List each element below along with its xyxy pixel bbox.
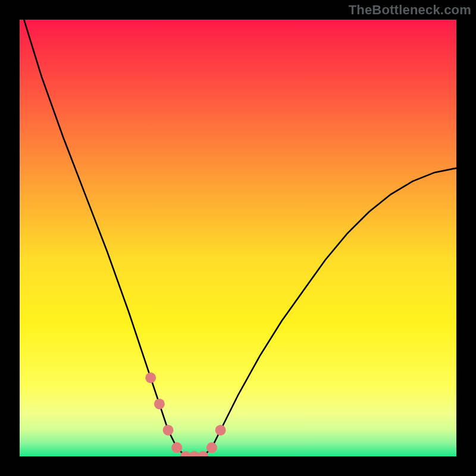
chart-plot [20,20,456,456]
highlight-dot [206,442,217,453]
highlight-dot [154,399,165,409]
highlight-dot [215,425,226,436]
chart-container: TheBottleneck.com [0,0,476,476]
watermark-text: TheBottleneck.com [349,2,471,18]
highlight-dot [163,425,174,436]
gradient-background [20,20,456,456]
highlight-dot [145,372,156,383]
highlight-dot [171,442,182,453]
